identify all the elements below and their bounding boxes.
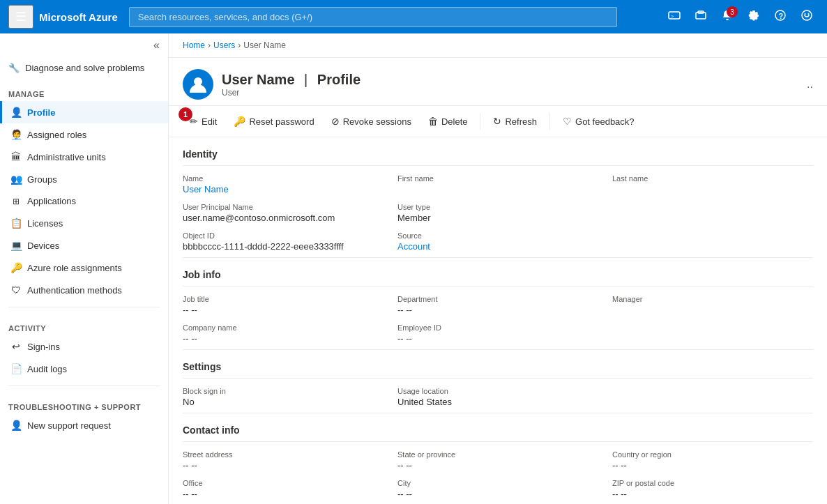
sidebar-item-new-support-request[interactable]: 👤 New support request [0,414,168,436]
sidebar-item-sign-ins[interactable]: ↩ Sign-ins [0,335,168,358]
field-country-label: Country or region [612,450,813,459]
toolbar: 1 ✏ Edit 🔑 Reset password ⊘ Revoke sessi… [169,106,827,137]
profile-icon: 👤 [10,107,22,118]
field-jobtitle-label: Job title [183,295,384,303]
audit-logs-icon: 📄 [10,363,22,374]
field-employeeid-value: -- -- [397,333,598,344]
page-subtitle: Profile [317,72,361,87]
sidebar-item-groups[interactable]: 👥 Groups [0,168,168,190]
field-source-label: Source [397,231,598,240]
user-avatar [183,69,213,100]
sidebar-item-azure-role-assignments[interactable]: 🔑 Azure role assignments [0,257,168,279]
sidebar-item-diagnose[interactable]: 🔧 Diagnose and solve problems [0,57,168,79]
field-city-label: City [397,479,598,487]
admin-units-label: Administrative units [27,152,106,162]
field-firstname-label: First name [397,174,598,183]
collapse-button[interactable]: « [0,33,168,57]
settings-grid: Block sign in No Usage location United S… [183,387,813,407]
field-street: Street address -- -- [183,450,384,471]
field-office-label: Office [183,479,384,487]
field-empty1 [612,203,813,223]
field-employeeid-label: Employee ID [397,323,598,332]
field-country: Country or region -- -- [612,450,813,471]
sidebar-item-devices[interactable]: 💻 Devices [0,234,168,257]
revoke-sessions-button[interactable]: ⊘ Revoke sessions [324,112,418,131]
sidebar-item-administrative-units[interactable]: 🏛 Administrative units [0,146,168,168]
topbar-icon-group: >_ 3 ? [662,5,819,29]
field-blocksignin: Block sign in No [183,387,384,407]
refresh-button[interactable]: ↻ Refresh [486,112,544,131]
reset-password-button[interactable]: 🔑 Reset password [227,112,321,131]
field-employeeid: Employee ID -- -- [397,323,598,344]
applications-label: Applications [27,196,76,206]
field-empty4 [612,387,813,407]
breadcrumb-home[interactable]: Home [183,40,205,50]
field-office: Office -- -- [183,479,384,499]
jobinfo-grid: Job title -- -- Department -- -- Manager… [183,295,813,344]
field-firstname: First name [397,174,598,194]
field-usagelocation-label: Usage location [397,387,598,395]
delete-button[interactable]: 🗑 Delete [421,112,475,131]
breadcrumb-area: Home › Users › User Name [169,33,827,58]
sidebar-item-audit-logs[interactable]: 📄 Audit logs [0,358,168,380]
sidebar-item-authentication-methods[interactable]: 🛡 Authentication methods [0,279,168,301]
field-lastname: Last name [612,174,813,194]
sidebar: « 🔧 Diagnose and solve problems Manage 👤… [0,33,169,504]
sidebar-item-assigned-roles[interactable]: 🧑‍💼 Assigned roles [0,123,168,146]
manage-section-title: Manage [0,79,168,101]
devices-label: Devices [27,240,59,251]
field-objectid: Object ID bbbbcccc-1111-dddd-2222-eeee33… [183,231,384,252]
breadcrumb-users[interactable]: Users [213,40,235,50]
svg-text:?: ? [779,12,784,20]
jobinfo-section-title: Job info [183,258,813,287]
field-office-value: -- -- [183,489,384,499]
field-name: Name User Name [183,174,384,194]
content-main: Identity Name User Name First name Last … [169,137,827,504]
field-department-label: Department [397,295,598,303]
support-label: New support request [27,420,111,431]
field-upn-label: User Principal Name [183,203,384,211]
sidebar-item-profile[interactable]: 👤 Profile [0,101,168,123]
field-objectid-label: Object ID [183,231,384,240]
applications-icon: ⊞ [10,197,22,206]
field-blocksignin-label: Block sign in [183,387,384,395]
field-company-value: -- -- [183,333,384,344]
feedback-label: Got feedback? [575,116,635,127]
help-button[interactable]: ? [768,5,792,29]
user-name-title: User Name [222,72,295,87]
field-jobtitle-value: -- -- [183,305,384,315]
field-empty2 [612,231,813,252]
field-city: City -- -- [397,479,598,499]
activity-section-title: Activity [0,313,168,335]
field-usertype-label: User type [397,203,598,211]
sidebar-item-licenses[interactable]: 📋 Licenses [0,212,168,234]
auth-methods-icon: 🛡 [10,284,22,296]
field-objectid-value: bbbbcccc-1111-dddd-2222-eeee3333ffff [183,241,384,252]
content-area: User Name | Profile User .. 1 ✏ Edit [169,58,827,504]
feedback-button[interactable]: ♡ Got feedback? [556,112,642,131]
hamburger-button[interactable]: ☰ [8,5,33,29]
field-city-value: -- -- [397,489,598,499]
delete-label: Delete [441,116,468,127]
sidebar-item-applications[interactable]: ⊞ Applications [0,190,168,212]
field-name-value: User Name [183,184,384,194]
field-jobtitle: Job title -- -- [183,295,384,315]
field-name-label: Name [183,174,384,183]
more-options[interactable]: .. [807,78,813,91]
field-state-value: -- -- [397,460,598,471]
field-zip-value: -- -- [612,489,813,499]
groups-icon: 👥 [10,174,22,185]
settings-button[interactable] [742,5,766,29]
feedback-button[interactable] [795,5,819,29]
notifications-button[interactable]: 3 [715,5,739,29]
page-title: User Name | Profile [222,72,361,88]
contactinfo-grid: Street address -- -- State or province -… [183,450,813,504]
source-link[interactable]: Account [397,241,430,252]
directory-button[interactable] [689,5,713,29]
step1-badge: 1 [179,107,192,121]
toolbar-sep [480,113,480,130]
sidebar-divider [8,307,160,307]
cloud-shell-button[interactable]: >_ [662,5,686,29]
search-input[interactable] [129,7,617,27]
field-usagelocation-value: United States [397,397,598,407]
